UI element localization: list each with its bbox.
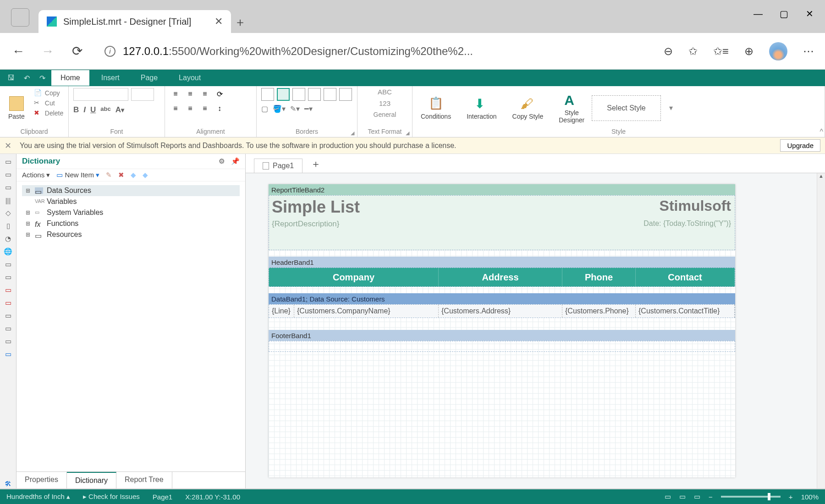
forward-button[interactable]: → <box>40 44 55 59</box>
report-page[interactable]: ReportTitleBand2 Simple List Stimulsoft … <box>269 184 735 477</box>
border-style-button[interactable]: ━▾ <box>304 104 313 113</box>
collections-icon[interactable]: ⊕ <box>744 45 754 58</box>
site-info-icon[interactable]: i <box>104 46 116 57</box>
header-company[interactable]: Company <box>269 268 439 286</box>
delete-item-icon[interactable]: ✖ <box>118 171 124 179</box>
fill-color-button[interactable]: 🪣▾ <box>273 104 286 113</box>
toolbox-clone-icon[interactable]: ▭ <box>3 272 13 282</box>
dict-pin-icon[interactable]: 📌 <box>231 157 240 165</box>
report-title-band[interactable]: Simple List Stimulsoft {ReportDescriptio… <box>269 195 735 250</box>
data-band[interactable]: {Line} {Customers.CompanyName} {Customer… <box>269 304 735 318</box>
select-style-button[interactable]: Select Style <box>592 95 660 121</box>
header-phone[interactable]: Phone <box>562 268 636 286</box>
toolbox-gauge-icon[interactable]: ◔ <box>3 234 13 244</box>
border-grid[interactable] <box>261 88 352 101</box>
conditions-button[interactable]: 📋Conditions <box>417 91 455 126</box>
new-item-dropdown[interactable]: ▭ New Item ▾ <box>56 171 99 179</box>
tree-functions[interactable]: ⊞fxFunctions <box>22 218 240 229</box>
move-up-icon[interactable]: ◆ <box>131 171 136 179</box>
style-designer-button[interactable]: AStyle Designer <box>555 91 588 126</box>
header-contact[interactable]: Contact <box>636 268 735 286</box>
header-address[interactable]: Address <box>439 268 562 286</box>
zoom-slider[interactable] <box>721 496 781 498</box>
profile-avatar[interactable] <box>769 42 787 60</box>
toolbox-zip-icon[interactable]: ▭ <box>3 311 13 321</box>
cut-button[interactable]: ✂Cut <box>32 98 65 108</box>
font-family-select[interactable] <box>73 88 128 101</box>
toolbox-map-icon[interactable]: 🌐 <box>3 247 13 257</box>
toolbox-image-icon[interactable]: ▭ <box>3 182 13 192</box>
style-dropdown-icon[interactable]: ▾ <box>665 104 677 112</box>
move-down-icon[interactable]: ◆ <box>143 171 148 179</box>
tab-insert[interactable]: Insert <box>92 70 129 86</box>
border-color-button[interactable]: ✎▾ <box>290 104 300 113</box>
toolbox-rt-icon[interactable]: ▭ <box>3 349 13 359</box>
italic-button[interactable]: I <box>83 105 86 115</box>
cell-line[interactable]: {Line} <box>269 305 294 318</box>
toolbox-table-icon[interactable]: ▭ <box>3 323 13 334</box>
zoom-out-icon[interactable]: ⊖ <box>664 45 673 58</box>
tab-home[interactable]: Home <box>51 70 89 86</box>
cell-phone[interactable]: {Customers.Phone} <box>562 305 636 318</box>
ribbon-collapse-icon[interactable]: ^ <box>820 128 823 136</box>
tree-resources[interactable]: ⊞▭Resources <box>22 229 240 240</box>
tree-data-sources[interactable]: ⊞▭Data Sources <box>22 185 240 196</box>
more-icon[interactable]: ⋯ <box>803 45 814 58</box>
zoom-in-button[interactable]: + <box>789 493 793 501</box>
paste-button[interactable]: Paste <box>5 88 28 128</box>
units-dropdown[interactable]: Hundredths of Inch ▴ <box>6 493 70 501</box>
report-date-text[interactable]: Date: {Today.ToString("Y")} <box>644 219 731 228</box>
back-button[interactable]: ← <box>11 44 26 59</box>
tab-layout[interactable]: Layout <box>170 70 210 86</box>
close-banner-icon[interactable]: ✕ <box>5 141 11 151</box>
tab-report-tree[interactable]: Report Tree <box>116 472 172 488</box>
report-brand-text[interactable]: Stimulsoft <box>660 197 731 214</box>
tab-properties[interactable]: Properties <box>16 472 67 488</box>
check-issues-button[interactable]: ▸ Check for Issues <box>83 493 140 501</box>
tab-dictionary[interactable]: Dictionary <box>67 472 116 488</box>
edit-icon[interactable]: ✎ <box>106 171 112 179</box>
favorite-icon[interactable]: ✩ <box>688 45 698 58</box>
status-icon-3[interactable]: ▭ <box>694 493 700 501</box>
bold-button[interactable]: B <box>73 105 79 115</box>
toolbox-shape-icon[interactable]: ◇ <box>3 208 13 218</box>
copy-style-button[interactable]: 🖌Copy Style <box>509 91 547 126</box>
toolbox-text-icon[interactable]: ▭ <box>3 170 13 180</box>
cell-address[interactable]: {Customers.Address} <box>439 305 562 318</box>
toolbox-barcode-icon[interactable]: ||| <box>3 195 13 205</box>
toolbox-settings-icon[interactable]: 🛠 <box>3 478 13 488</box>
maximize-icon[interactable]: ▢ <box>777 7 790 20</box>
toolbox-subreport-icon[interactable]: ▭ <box>3 298 13 308</box>
toolbox-checkbox-icon[interactable]: ▭ <box>3 285 13 295</box>
design-surface[interactable]: ReportTitleBand2 Simple List Stimulsoft … <box>246 173 817 488</box>
minimize-icon[interactable]: — <box>752 7 764 20</box>
refresh-button[interactable]: ⟳ <box>70 44 84 59</box>
data-band-label[interactable]: DataBand1; Data Source: Customers <box>269 293 735 304</box>
report-title-band-label[interactable]: ReportTitleBand2 <box>269 184 735 195</box>
redo-icon[interactable]: ↷ <box>36 71 49 84</box>
save-icon[interactable]: 🖫 <box>5 71 17 84</box>
border-none-button[interactable]: ▢ <box>261 104 268 113</box>
strike-button[interactable]: abc <box>100 105 110 115</box>
toolbox-panel-icon[interactable]: ▭ <box>3 259 13 269</box>
font-color-button[interactable]: A▾ <box>116 105 124 115</box>
tree-system-variables[interactable]: ⊞▭System Variables <box>22 207 240 218</box>
alignment-grid[interactable]: ≡≡≡⟳ ≡≡≡↕ <box>170 88 226 128</box>
text-format-general[interactable]: General <box>374 111 396 118</box>
copy-button[interactable]: 📄Copy <box>32 88 65 98</box>
address-bar[interactable]: i 127.0.0.1:5500/Working%20with%20Design… <box>99 45 649 58</box>
delete-button[interactable]: ✖Delete <box>32 108 65 118</box>
underline-button[interactable]: U <box>90 105 96 115</box>
add-page-button[interactable]: ＋ <box>305 155 326 173</box>
actions-dropdown[interactable]: Actions ▾ <box>22 171 50 179</box>
toolbox-pointer-icon[interactable]: ▭ <box>3 157 13 167</box>
dict-settings-icon[interactable]: ⚙ <box>219 157 225 165</box>
font-size-select[interactable] <box>131 88 154 101</box>
tree-variables[interactable]: VARVariables <box>22 196 240 207</box>
upgrade-button[interactable]: Upgrade <box>780 139 820 152</box>
page-tab-1[interactable]: Page1 <box>254 159 302 173</box>
favorites-bar-icon[interactable]: ✩≡ <box>713 45 729 58</box>
zoom-out-button[interactable]: − <box>709 493 713 501</box>
tab-overview-button[interactable] <box>11 8 29 27</box>
cell-company[interactable]: {Customers.CompanyName} <box>294 305 439 318</box>
